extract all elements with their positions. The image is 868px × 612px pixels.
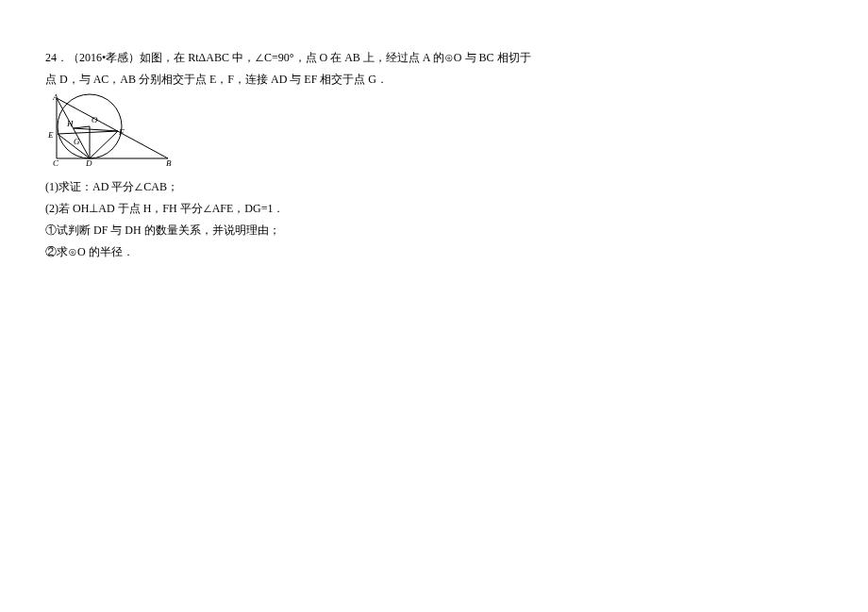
problem-line-1: 24．（2016•孝感）如图，在 RtΔABC 中，∠C=90°，点 O 在 A… <box>45 47 800 69</box>
question-1: (1)求证：AD 平分∠CAB； <box>45 176 800 198</box>
label-A: A <box>52 92 58 102</box>
label-B: B <box>166 158 172 168</box>
segment-FD <box>90 131 118 158</box>
figure-svg: A B C D E F G H O <box>45 92 177 168</box>
label-D: D <box>85 158 92 168</box>
page: 24．（2016•孝感）如图，在 RtΔABC 中，∠C=90°，点 O 在 A… <box>0 0 800 263</box>
label-G: G <box>74 137 80 146</box>
label-E: E <box>47 130 54 140</box>
label-H: H <box>66 119 74 128</box>
segment-FH <box>74 128 118 131</box>
problem-line-2: 点 D，与 AC，AB 分别相交于点 E，F，连接 AD 与 EF 相交于点 G… <box>45 69 800 91</box>
label-F: F <box>118 127 125 137</box>
label-C: C <box>53 158 59 168</box>
geometry-figure: A B C D E F G H O <box>45 92 800 175</box>
label-O: O <box>92 115 98 124</box>
segment-EF <box>58 131 118 134</box>
question-2b: ②求⊙O 的半径． <box>45 241 800 263</box>
question-2a: ①试判断 DF 与 DH 的数量关系，并说明理由； <box>45 220 800 241</box>
question-2: (2)若 OH⊥AD 于点 H，FH 平分∠AFE，DG=1． <box>45 198 800 220</box>
